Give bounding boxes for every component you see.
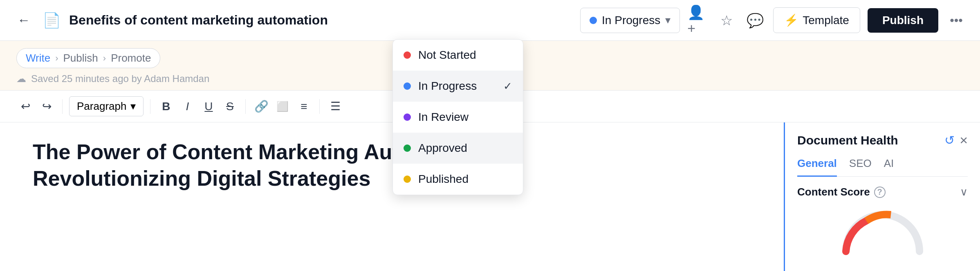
panel-tabs: General SEO AI [797,157,968,177]
help-icon: ? [874,187,886,198]
close-panel-button[interactable]: × [960,132,968,148]
comment-icon: 💬 [747,12,764,29]
expand-icon[interactable]: ∨ [960,186,968,198]
chevron-down-icon: ▾ [665,14,671,27]
star-icon: ☆ [720,12,733,29]
toolbar-divider-4 [319,99,320,114]
more-formatting-icon: ☰ [330,100,341,113]
content-score-row: Content Score ? ∨ [797,186,968,198]
breadcrumb-write[interactable]: Write [26,52,50,64]
toolbar-divider-2 [150,99,150,114]
editor-content[interactable]: The Power of Content Marketing Automatio… [0,122,784,271]
toolbar-divider-3 [245,99,246,114]
status-option-in-review[interactable]: In Review [393,102,523,133]
breadcrumb-sep-2: › [103,53,106,64]
more-icon: ••• [950,13,963,27]
document-health-panel: Document Health ↺ × General SEO AI Conte… [784,122,980,271]
strikethrough-button[interactable]: S [221,98,239,116]
redo-icon: ↪ [42,100,52,113]
line-spacing-button[interactable]: ≡ [295,98,313,116]
image-icon: ⬜ [276,101,289,112]
tab-general[interactable]: General [797,157,837,177]
status-option-in-progress[interactable]: In Progress ✓ [393,71,523,102]
back-button[interactable]: ← [13,10,34,31]
more-formatting-button[interactable]: ☰ [326,98,344,116]
italic-button[interactable]: I [178,98,196,116]
editor-heading: The Power of Content Marketing Automatio… [33,139,751,192]
template-icon: ⚡ [784,13,798,27]
more-options-button[interactable]: ••• [946,10,967,31]
status-dot-published [404,175,411,183]
underline-button[interactable]: U [200,98,218,116]
status-dot [590,17,597,24]
header-actions: In Progress ▾ 👤+ ☆ 💬 ⚡ Template Publish … [580,7,967,33]
status-label: In Progress [602,14,660,27]
doc-title: Benefits of content marketing automation [69,13,572,28]
status-option-approved[interactable]: Approved [393,133,523,164]
link-icon: 🔗 [254,100,269,113]
toolbar-divider-1 [62,99,63,114]
line-spacing-icon: ≡ [301,100,307,113]
status-option-published[interactable]: Published [393,164,523,195]
header: ← 📄 Benefits of content marketing automa… [0,0,980,41]
breadcrumb-promote[interactable]: Promote [111,52,151,64]
status-dot-in-review [404,113,411,121]
status-dot-in-progress [404,82,411,90]
saved-text: Saved 25 minutes ago by Adam Hamdan [31,73,209,84]
content-score-label: Content Score ? [797,186,886,198]
check-icon: ✓ [503,80,512,93]
status-dot-not-started [404,51,411,59]
template-button[interactable]: ⚡ Template [773,7,860,33]
status-dot-approved [404,144,411,152]
doc-icon: 📄 [43,12,61,29]
breadcrumb: Write › Publish › Promote [16,48,160,68]
status-dropdown: Not Started In Progress ✓ In Review Appr… [392,39,523,195]
publish-button[interactable]: Publish [868,8,938,33]
add-user-button[interactable]: 👤+ [687,10,709,31]
status-dropdown-button[interactable]: In Progress ▾ [580,8,680,33]
image-button[interactable]: ⬜ [274,98,292,116]
star-button[interactable]: ☆ [716,10,737,31]
panel-action-buttons: ↺ × [944,132,968,148]
panel-title: Document Health [797,133,898,147]
paragraph-style-select[interactable]: Paragraph ▾ [69,96,144,116]
undo-icon: ↩ [21,100,30,113]
content-score-gauge [797,207,968,255]
tab-seo[interactable]: SEO [849,157,872,177]
redo-button[interactable]: ↪ [38,98,56,116]
cloud-icon: ☁ [16,73,26,84]
panel-header: Document Health ↺ × [797,132,968,148]
comment-button[interactable]: 💬 [745,10,766,31]
undo-button[interactable]: ↩ [16,98,34,116]
link-button[interactable]: 🔗 [252,98,270,116]
breadcrumb-sep-1: › [55,53,58,64]
refresh-button[interactable]: ↺ [944,133,955,147]
bold-button[interactable]: B [157,98,175,116]
chevron-down-icon: ▾ [130,100,136,113]
tab-ai[interactable]: AI [884,157,894,177]
add-user-icon: 👤+ [687,4,709,36]
breadcrumb-publish[interactable]: Publish [63,52,98,64]
gauge-svg [838,207,928,255]
status-option-not-started[interactable]: Not Started [393,40,523,71]
